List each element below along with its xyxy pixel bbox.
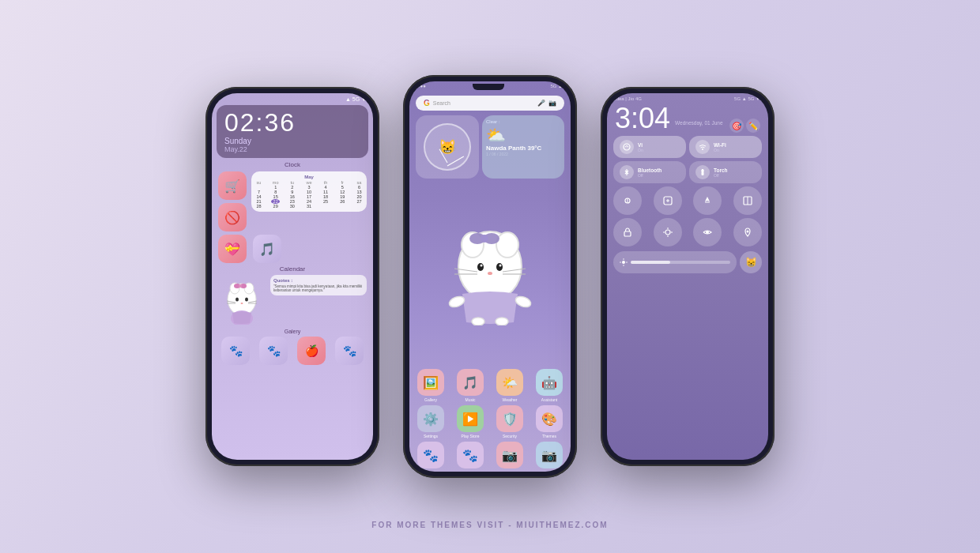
- app-security-label: Security: [503, 434, 517, 438]
- app-icon-music[interactable]: 🎵: [253, 235, 281, 263]
- app-icon-browser[interactable]: 🚫: [218, 203, 247, 231]
- edit-top-icon[interactable]: ✏️: [746, 118, 760, 133]
- ctrl-link-icon[interactable]: [613, 186, 642, 215]
- mid-notch: [473, 84, 504, 90]
- ctrl-vi-text: Vi On: [638, 142, 643, 152]
- app-settings[interactable]: ⚙️ Settings: [417, 405, 444, 438]
- app-icon-1[interactable]: 🐾: [221, 337, 250, 365]
- app-themes-icon[interactable]: 🎨: [536, 405, 563, 432]
- ctrl-wifi-name: Wi-Fi: [714, 142, 726, 148]
- clock-widget-mid: 😸: [416, 115, 479, 179]
- screen-right: Idea | Jio 4G 5G ▲ 5G ▼ 3:04 Wednesday, …: [607, 93, 768, 460]
- app-extra-1-icon[interactable]: 🐾: [417, 442, 444, 468]
- app-security[interactable]: 🛡️ Security: [496, 405, 523, 438]
- right-clock-row: 3:04 Wednesday, 01 June 🎯 ✏️: [607, 103, 768, 134]
- app-icon-3[interactable]: 🍎: [297, 337, 326, 365]
- app-extra-2-icon[interactable]: 🐾: [457, 442, 484, 468]
- ctrl-bluetooth-name: Bluetooth: [638, 167, 662, 173]
- ctrl-torch-name: Torch: [714, 167, 728, 173]
- phone-right: Idea | Jio 4G 5G ▲ 5G ▼ 3:04 Wednesday, …: [601, 87, 775, 466]
- app-security-icon[interactable]: 🛡️: [496, 405, 523, 432]
- app-gallery[interactable]: 🖼️ Gallery: [417, 369, 444, 402]
- right-date-section: Wednesday, 01 June: [675, 120, 722, 133]
- app-assistant-icon[interactable]: 🤖: [536, 369, 563, 396]
- gallery-label: Galery: [212, 329, 373, 334]
- ctrl-airplane-icon[interactable]: [693, 186, 722, 215]
- app-extra-3[interactable]: 📷: [496, 442, 523, 468]
- ctrl-vi-tile[interactable]: Vi On: [613, 136, 686, 158]
- ctrl-torch-status: Off: [714, 173, 728, 178]
- camera-icon[interactable]: 📷: [548, 100, 556, 107]
- svg-point-21: [496, 263, 503, 271]
- svg-point-19: [481, 235, 488, 243]
- search-input[interactable]: Search: [433, 100, 534, 106]
- ctrl-book-icon[interactable]: [733, 186, 762, 215]
- brightness-slider[interactable]: [613, 251, 737, 273]
- ctrl-bluetooth-text: Bluetooth Off: [638, 167, 662, 178]
- app-extra-3-icon[interactable]: 📷: [496, 442, 523, 468]
- clock-date: May.22: [224, 145, 360, 153]
- app-weather-label: Weather: [503, 397, 518, 402]
- hello-kitty-image: [218, 275, 266, 326]
- google-logo: G: [424, 99, 430, 107]
- hello-kitty-section: Quotes : "Semua mimpi kita bisa jadi ken…: [212, 273, 373, 328]
- app-icon-heart[interactable]: 💝: [218, 235, 247, 263]
- app-weather[interactable]: 🌤️ Weather: [496, 369, 523, 402]
- phones-container: ▲ 5G ▼ 02:36 Sunday May.22 Clock 🛒 🚫: [205, 75, 775, 478]
- app-playstore-icon[interactable]: ▶️: [457, 405, 484, 432]
- camera-top-icon[interactable]: 🎯: [729, 118, 744, 133]
- svg-point-8: [240, 303, 243, 304]
- ctrl-torch-icon: [695, 165, 710, 179]
- app-icon-cart[interactable]: 🛒: [218, 171, 247, 200]
- calendar-label: Calendar: [212, 265, 373, 273]
- ctrl-eye-icon[interactable]: [693, 218, 722, 246]
- app-gallery-icon[interactable]: 🖼️: [417, 369, 444, 396]
- quote-box: Quotes : "Semua mimpi kita bisa jadi ken…: [270, 275, 367, 295]
- ctrl-wifi-tile[interactable]: Wi-Fi On: [689, 136, 762, 158]
- app-assistant[interactable]: 🤖 Assistant: [536, 369, 563, 402]
- svg-point-22: [481, 264, 483, 266]
- svg-point-33: [624, 144, 630, 150]
- ctrl-location-icon[interactable]: [733, 218, 762, 246]
- ctrl-brightness-icon[interactable]: [654, 218, 682, 246]
- app-music-icon[interactable]: 🎵: [457, 369, 484, 396]
- app-weather-icon[interactable]: 🌤️: [496, 369, 523, 396]
- app-themes-label: Themes: [542, 434, 556, 438]
- mic-icon[interactable]: 🎤: [537, 100, 545, 107]
- svg-point-16: [496, 232, 518, 258]
- app-settings-icon[interactable]: ⚙️: [417, 405, 444, 432]
- svg-point-32: [496, 318, 508, 325]
- app-themes[interactable]: 🎨 Themes: [536, 405, 563, 438]
- quote-text: "Semua mimpi kita bisa jadi kenyataan, j…: [273, 284, 364, 292]
- app-extra-2[interactable]: 🐾: [457, 442, 484, 468]
- svg-rect-35: [702, 171, 704, 175]
- app-gallery-label: Gallery: [424, 397, 437, 402]
- ctrl-torch-text: Torch Off: [714, 167, 728, 178]
- circle-controls-row-1: [607, 185, 768, 216]
- ctrl-lock-icon[interactable]: [613, 218, 642, 246]
- circle-controls-row-2: [607, 216, 768, 248]
- ctrl-expand-icon[interactable]: [654, 186, 682, 215]
- app-icon-4[interactable]: 🐾: [335, 337, 364, 365]
- search-bar[interactable]: G Search 🎤 📷: [416, 96, 564, 111]
- app-playstore-label: Play Store: [461, 434, 479, 438]
- right-time: 3:04: [615, 104, 670, 133]
- mid-app-grid-1: 🖼️ Gallery 🎵 Music 🌤️ Weather 🤖 Assistan…: [409, 367, 571, 404]
- ctrl-vi-name: Vi: [638, 142, 643, 148]
- ctrl-bluetooth-tile[interactable]: Bluetooth Off: [613, 161, 686, 183]
- mid-app-grid-2: ⚙️ Settings ▶️ Play Store 🛡️ Security 🎨 …: [409, 404, 571, 440]
- app-extra-1[interactable]: 🐾: [417, 442, 444, 468]
- app-playstore[interactable]: ▶️ Play Store: [457, 405, 484, 438]
- app-icon-2[interactable]: 🐾: [259, 337, 288, 365]
- app-music[interactable]: 🎵 Music: [457, 369, 484, 402]
- right-icons-top: 🎯 ✏️: [729, 118, 760, 133]
- hk-ctrl-icon[interactable]: 😸: [740, 251, 762, 273]
- app-extra-4[interactable]: 📷: [536, 442, 563, 468]
- app-extra-4-icon[interactable]: 📷: [536, 442, 563, 468]
- clock-time: 02:36: [224, 110, 360, 135]
- ctrl-vi-icon: [620, 140, 634, 154]
- apps-calendar-row: 🛒 🚫 May sumotuwethfrsa 123456 7891011121…: [212, 170, 373, 233]
- signal-icon: ▲ 5G ▼: [345, 96, 367, 102]
- status-bar-left: ▲ 5G ▼: [212, 93, 373, 103]
- ctrl-torch-tile[interactable]: Torch Off: [689, 161, 762, 183]
